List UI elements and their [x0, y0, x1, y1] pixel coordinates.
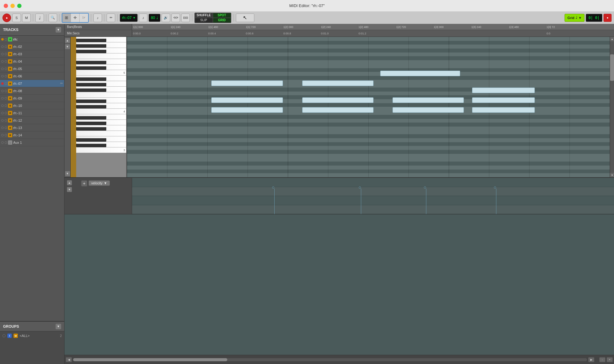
scroll-track[interactable] [610, 41, 614, 173]
scroll-thumb[interactable] [610, 54, 614, 81]
midi-note[interactable] [472, 97, 535, 103]
piano-white-key[interactable] [76, 131, 126, 136]
piano-keyboard[interactable]: 543 [76, 37, 127, 177]
scroll-down-btn[interactable]: ▼ [610, 173, 614, 177]
midi-note[interactable] [393, 107, 464, 113]
track-item[interactable]: ▦ rh:-08 [0, 87, 64, 95]
scroll-up-btn[interactable]: ▲ [610, 37, 614, 41]
pencil-button[interactable]: ✏ [107, 14, 115, 22]
piano-white-key[interactable]: 5 [76, 70, 126, 76]
track-icon-down: ↓ [8, 140, 12, 145]
midi-note[interactable] [380, 71, 460, 76]
group-item[interactable]: I M <ALL> 2 [0, 331, 64, 340]
midi-note[interactable] [472, 88, 535, 93]
track-item[interactable]: ▦ rh:-04 [0, 58, 64, 65]
vel-down-btn[interactable]: ▼ [67, 187, 72, 192]
mute-button[interactable]: M [22, 14, 31, 22]
zoom-button[interactable]: 🔍 [49, 14, 57, 22]
midi-note[interactable] [302, 107, 374, 113]
select-tool[interactable]: ✛ [71, 14, 80, 22]
piano-black-key[interactable] [76, 66, 106, 70]
piano-black-key[interactable] [76, 127, 106, 131]
slip-cell[interactable]: SLIP [195, 18, 213, 23]
right-scrollbar[interactable]: ▲ ▼ [610, 37, 614, 177]
midi-note[interactable] [302, 97, 374, 103]
piano-white-key[interactable]: 3 [76, 147, 126, 153]
piano-white-key[interactable] [76, 92, 126, 98]
track-item[interactable]: ▦ rh:-14 [0, 131, 64, 139]
pointer-tool[interactable]: ⊞ [62, 14, 71, 22]
left-strip-down[interactable]: ▼ [65, 171, 70, 176]
zoom-out-btn[interactable]: - [599, 357, 605, 362]
close-button[interactable] [4, 4, 8, 8]
midi-note[interactable] [211, 80, 283, 86]
piano-black-key[interactable] [76, 105, 106, 108]
hand-tool[interactable]: ☞ [80, 14, 88, 22]
track-item[interactable]: ▦ rh:-11 [0, 109, 64, 117]
piano-black-key[interactable] [76, 39, 106, 42]
left-strip-mid[interactable]: ▼ [65, 44, 70, 49]
groups-expand-btn[interactable]: ▼ [56, 324, 61, 329]
track-item[interactable]: ▦ rh:-12 [0, 117, 64, 124]
piano-black-key[interactable] [76, 144, 106, 147]
grid-cell[interactable]: GRID [213, 18, 231, 23]
align-button[interactable]: ⊟⊟ [181, 14, 190, 22]
track-item[interactable]: ↓ Aux 1 [0, 139, 64, 146]
track-item[interactable]: ▦ rh: [0, 36, 64, 43]
shuffle-cell[interactable]: SHUFFLE [195, 13, 213, 18]
midi-track-selector[interactable]: rh:-07 ▼ [120, 14, 138, 22]
speaker-button[interactable]: ♪ [93, 14, 102, 22]
track-item-selected[interactable]: ▦ rh:-07 ✏ [0, 80, 64, 87]
track-item[interactable]: ▦ rh:-05 [0, 65, 64, 72]
scroll-right-btn[interactable]: ▶ [588, 357, 594, 362]
track-item[interactable]: ▦ rh:-13 [0, 124, 64, 131]
piano-black-key[interactable] [76, 50, 106, 53]
separator-7 [192, 14, 192, 22]
zoom-in-btn[interactable]: + [607, 357, 613, 362]
track-item[interactable]: ▦ rh:-09 [0, 95, 64, 102]
spot-cell[interactable]: SPOT [213, 13, 231, 18]
track-item[interactable]: ▦ rh:-02 [0, 43, 64, 50]
midi-note[interactable] [211, 97, 283, 103]
record-button[interactable]: ● [2, 14, 11, 22]
minimize-button[interactable] [10, 4, 15, 8]
maximize-button[interactable] [17, 4, 22, 8]
loop-button[interactable]: ⟲⟳ [171, 14, 180, 22]
scroll-left-btn[interactable]: ◀ [66, 357, 72, 362]
piano-black-key[interactable] [76, 100, 106, 103]
midi-note[interactable] [393, 97, 464, 103]
midi-note[interactable] [472, 107, 535, 113]
solo-button[interactable]: S [12, 14, 21, 22]
midi-note-btn[interactable]: ♪ [139, 14, 147, 22]
left-strip-up[interactable]: ▲ [65, 38, 70, 43]
piano-black-key[interactable] [76, 138, 106, 142]
piano-white-key[interactable] [76, 53, 126, 59]
grid-button[interactable]: Grid ♩ ▼ [565, 14, 585, 22]
record-right-button[interactable]: ● [604, 14, 612, 22]
ruler-bars[interactable]: 1|1| 0001|1| 2401|1| 4801|1| 7201|2| 000… [132, 24, 614, 37]
note-icon-button[interactable]: ♩ [35, 14, 44, 22]
scroll-thumb-h[interactable] [73, 358, 227, 361]
tracks-expand-btn[interactable]: ▼ [56, 27, 61, 33]
piano-black-key[interactable] [76, 83, 106, 86]
piano-black-key[interactable] [76, 88, 106, 92]
piano-black-key[interactable] [76, 61, 106, 64]
track-item[interactable]: ▦ rh:-06 [0, 72, 64, 80]
scroll-track-h[interactable] [73, 358, 587, 361]
midi-note[interactable] [211, 107, 283, 113]
arrow-tool[interactable]: ↖ [236, 14, 254, 22]
velocity-label-btn[interactable]: velocity ▼ [88, 180, 110, 186]
piano-black-key[interactable] [76, 44, 106, 48]
piano-white-key[interactable]: 4 [76, 109, 126, 114]
piano-black-key[interactable] [76, 122, 106, 125]
velocity-add-btn[interactable]: + [81, 180, 87, 186]
speaker-toggle[interactable]: 🔊 [162, 14, 170, 22]
piano-black-key[interactable] [76, 116, 106, 119]
piano-black-key[interactable] [76, 77, 106, 81]
midi-note[interactable] [302, 80, 374, 86]
velocity-grid[interactable] [132, 178, 614, 214]
vel-up-btn[interactable]: ▲ [67, 180, 72, 185]
track-item[interactable]: ▦ rh:-10 [0, 102, 64, 109]
track-item[interactable]: ▦ rh:-03 [0, 50, 64, 58]
midi-grid[interactable] [127, 37, 610, 177]
